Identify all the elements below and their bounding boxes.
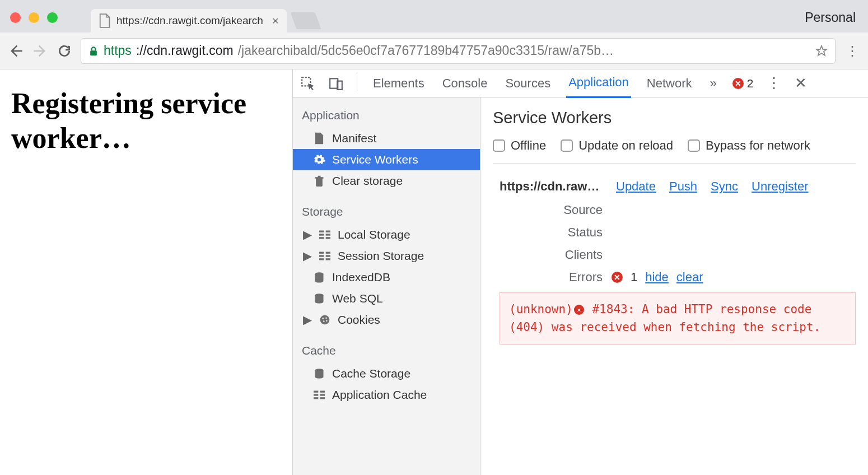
browser-menu-button[interactable]: ⋮ [844,43,860,59]
database-icon [313,292,325,305]
svg-rect-13 [326,255,330,257]
sw-errors-hide-link[interactable]: hide [645,270,669,285]
sidebar-item-manifest[interactable]: Manifest [293,128,480,149]
device-toolbar-icon[interactable] [329,76,343,91]
forward-button [32,43,48,59]
bypass-for-network-checkbox[interactable]: Bypass for network [688,138,810,153]
svg-rect-10 [319,252,324,254]
bookmark-star-icon[interactable] [815,44,828,58]
sw-unregister-link[interactable]: Unregister [752,179,808,194]
sidebar-item-label: Manifest [332,132,376,145]
error-icon: ✕ [732,78,744,89]
database-icon [313,271,325,283]
grid-icon [319,229,331,241]
error-indicator[interactable]: ✕ 2 [732,77,754,90]
sw-update-link[interactable]: Update [616,179,656,194]
sw-errors-label: Errors [493,270,612,285]
url-host: ://cdn.rawgit.com [136,43,234,58]
sidebar-item-label: Cache Storage [332,367,410,380]
devtools-panel: Elements Console Sources Application Net… [292,69,868,475]
error-icon: ✕ [574,305,584,315]
address-bar[interactable]: https://cdn.rawgit.com/jakearchibald/5dc… [81,38,836,64]
sw-sync-link[interactable]: Sync [711,179,738,194]
sidebar-item-cookies[interactable]: ▶ Cookies [293,309,480,330]
sidebar-item-websql[interactable]: Web SQL [293,288,480,309]
sw-errors-clear-link[interactable]: clear [676,270,703,285]
gear-icon [313,153,325,166]
close-tab-icon[interactable]: × [272,15,279,27]
svg-rect-7 [326,234,330,235]
page-content: Registering service worker… [0,69,292,475]
sidebar-item-label: Service Workers [332,153,418,166]
sw-source-label: Source [493,203,612,217]
file-icon [313,132,325,145]
tab-sources[interactable]: Sources [503,69,553,97]
sw-origin: https://cdn.rawg… [493,179,605,194]
sidebar-item-application-cache[interactable]: Application Cache [293,384,480,406]
expand-triangle-icon[interactable]: ▶ [303,313,310,327]
svg-rect-27 [320,394,325,395]
error-count: 2 [747,77,754,90]
sidebar-item-clear-storage[interactable]: Clear storage [293,170,480,192]
reload-button[interactable] [57,44,72,58]
offline-checkbox[interactable]: Offline [493,138,546,153]
svg-rect-28 [314,397,318,399]
svg-rect-6 [319,234,324,235]
sidebar-section-cache: Cache [293,341,480,363]
checkbox-icon [493,139,505,152]
expand-triangle-icon[interactable]: ▶ [303,228,310,241]
profile-label[interactable]: Personal [805,10,856,25]
svg-rect-29 [320,397,325,399]
tab-elements[interactable]: Elements [371,69,427,97]
svg-point-19 [322,318,324,319]
trash-icon [313,175,325,187]
grid-icon [319,250,331,262]
lock-icon [88,45,99,57]
sw-status-label: Status [493,225,612,240]
svg-rect-5 [326,231,330,232]
devtools-close-button[interactable]: ✕ [795,74,807,92]
checkbox-icon [561,139,573,152]
sidebar-item-label: Session Storage [338,249,424,263]
window-traffic-lights[interactable] [10,12,58,23]
tab-console[interactable]: Console [440,69,490,97]
svg-rect-24 [314,391,318,393]
svg-rect-25 [320,391,325,393]
update-on-reload-checkbox[interactable]: Update on reload [561,138,673,153]
tab-network[interactable]: Network [645,69,694,97]
back-button[interactable] [8,43,24,59]
devtools-menu-button[interactable]: ⋮ [767,74,781,92]
url-path: /jakearchibald/5dc56e0cf7a7677189b47757a… [238,43,810,58]
svg-rect-26 [314,394,318,395]
sw-push-link[interactable]: Push [669,179,697,194]
svg-rect-15 [326,258,330,260]
database-icon [313,367,325,380]
service-workers-panel: Service Workers Offline Update on reload… [480,97,868,475]
file-icon [99,13,111,28]
svg-point-20 [325,317,327,319]
sidebar-item-label: Cookies [338,313,380,327]
sidebar-item-session-storage[interactable]: ▶ Session Storage [293,245,480,267]
tab-title: https://cdn.rawgit.com/jakearch [116,15,263,27]
tabs-overflow[interactable]: » [707,69,718,97]
sidebar-item-local-storage[interactable]: ▶ Local Storage [293,224,480,245]
sidebar-item-service-workers[interactable]: Service Workers [293,149,480,170]
maximize-window-icon[interactable] [47,12,58,23]
svg-rect-8 [319,237,324,239]
inspect-element-icon[interactable] [301,76,315,91]
new-tab-button[interactable] [290,12,321,29]
error-source: (unknown) [509,302,573,316]
svg-point-18 [320,315,330,325]
cookie-icon [319,314,331,326]
tab-application[interactable]: Application [566,68,631,98]
expand-triangle-icon[interactable]: ▶ [303,249,310,263]
sidebar-item-label: Web SQL [332,292,383,305]
close-window-icon[interactable] [10,12,21,23]
svg-rect-14 [319,258,324,260]
grid-icon [313,389,325,401]
browser-tab[interactable]: https://cdn.rawgit.com/jakearch × [91,9,287,32]
sidebar-item-indexeddb[interactable]: IndexedDB [293,267,480,288]
minimize-window-icon[interactable] [29,12,39,23]
svg-rect-9 [326,237,330,239]
sidebar-item-cache-storage[interactable]: Cache Storage [293,363,480,384]
